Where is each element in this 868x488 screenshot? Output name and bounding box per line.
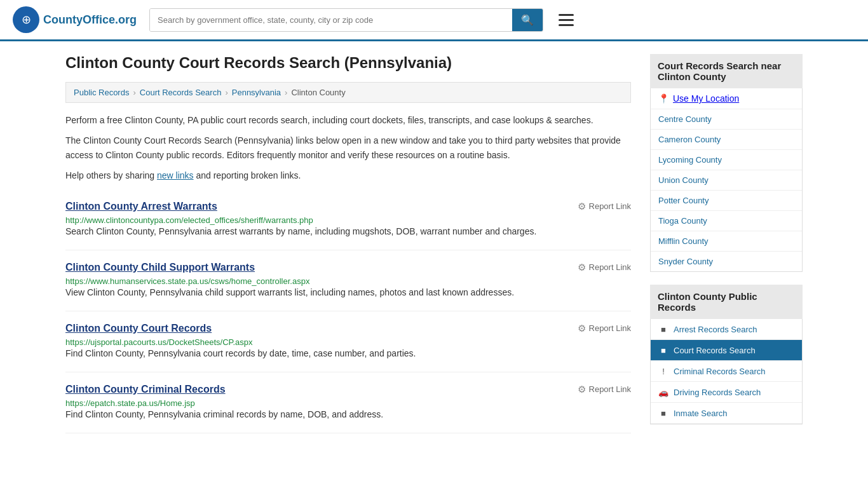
- description-para2: The Clinton County Court Records Search …: [65, 133, 631, 162]
- logo-icon: ⊕: [13, 6, 39, 33]
- public-record-icon-1: ■: [658, 345, 668, 355]
- site-logo[interactable]: ⊕ CountyOffice.org: [13, 6, 137, 33]
- nearby-county-link-3[interactable]: Union County: [658, 175, 709, 185]
- breadcrumb-sep2: ›: [225, 88, 227, 97]
- report-link-2[interactable]: ⚙ Report Link: [578, 323, 631, 334]
- menu-icon-bar3: [559, 24, 574, 26]
- description-para3-suffix: and reporting broken links.: [194, 170, 301, 180]
- nearby-county-item-0[interactable]: Centre County: [651, 109, 802, 130]
- content-area: Clinton County Court Records Search (Pen…: [65, 54, 631, 437]
- record-desc-1: View Clinton County, Pennsylvania child …: [65, 286, 631, 299]
- report-label-0: Report Link: [589, 201, 631, 211]
- breadcrumb-current: Clinton County: [291, 88, 345, 97]
- public-record-item-3[interactable]: 🚗 Driving Records Search: [651, 382, 802, 403]
- new-links-link[interactable]: new links: [157, 170, 194, 180]
- public-records-section: Clinton County Public Records ■ Arrest R…: [650, 285, 803, 424]
- nearby-county-item-5[interactable]: Tioga County: [651, 211, 802, 231]
- report-link-0[interactable]: ⚙ Report Link: [578, 201, 631, 212]
- breadcrumb: Public Records › Court Records Search › …: [65, 82, 631, 103]
- nearby-county-item-7[interactable]: Snyder County: [651, 252, 802, 271]
- nearby-county-item-1[interactable]: Cameron County: [651, 130, 802, 150]
- report-icon-2: ⚙: [578, 323, 586, 334]
- breadcrumb-public-records[interactable]: Public Records: [74, 88, 129, 97]
- use-my-location-link[interactable]: Use My Location: [673, 93, 739, 104]
- report-label-3: Report Link: [589, 384, 631, 394]
- breadcrumb-sep1: ›: [133, 88, 135, 97]
- record-desc-0: Search Clinton County, Pennsylvania arre…: [65, 225, 631, 238]
- public-record-item-2[interactable]: ! Criminal Records Search: [651, 361, 802, 382]
- search-input[interactable]: [150, 9, 512, 31]
- menu-icon-bar2: [559, 19, 574, 21]
- nearby-county-item-3[interactable]: Union County: [651, 170, 802, 191]
- public-record-icon-2: !: [658, 366, 668, 376]
- menu-icon-bar1: [559, 14, 574, 16]
- record-item-3: Clinton County Criminal Records ⚙ Report…: [65, 372, 631, 433]
- report-label-2: Report Link: [589, 323, 631, 333]
- main-container: Clinton County Court Records Search (Pen…: [53, 41, 815, 450]
- public-record-item-1[interactable]: ■ Court Records Search: [651, 340, 802, 361]
- nearby-county-item-2[interactable]: Lycoming County: [651, 150, 802, 170]
- logo-text: CountyOffice.org: [43, 13, 137, 27]
- record-item-2: Clinton County Court Records ⚙ Report Li…: [65, 311, 631, 372]
- public-record-link-4[interactable]: Inmate Search: [674, 409, 728, 418]
- public-record-item-0[interactable]: ■ Arrest Records Search: [651, 319, 802, 340]
- record-header-2: Clinton County Court Records ⚙ Report Li…: [65, 323, 631, 334]
- location-pin-icon: 📍: [658, 93, 669, 104]
- public-record-icon-3: 🚗: [658, 387, 668, 397]
- report-icon-1: ⚙: [578, 262, 586, 273]
- record-url-1[interactable]: https://www.humanservices.state.pa.us/cs…: [65, 276, 309, 286]
- record-url-3[interactable]: https://epatch.state.pa.us/Home.jsp: [65, 398, 195, 408]
- public-record-item-4[interactable]: ■ Inmate Search: [651, 403, 802, 424]
- record-header-1: Clinton County Child Support Warrants ⚙ …: [65, 262, 631, 273]
- public-record-link-0[interactable]: Arrest Records Search: [674, 325, 757, 334]
- record-url-0[interactable]: http://www.clintoncountypa.com/elected_o…: [65, 215, 313, 225]
- menu-button[interactable]: [556, 11, 576, 29]
- nearby-county-link-4[interactable]: Potter County: [658, 196, 709, 205]
- public-record-link-3[interactable]: Driving Records Search: [674, 388, 761, 397]
- nearby-counties-list: Centre CountyCameron CountyLycoming Coun…: [651, 109, 802, 271]
- record-url-2[interactable]: https://ujsportal.pacourts.us/DocketShee…: [65, 337, 253, 347]
- public-records-list: ■ Arrest Records Search ■ Court Records …: [650, 319, 803, 424]
- public-record-icon-0: ■: [658, 324, 668, 334]
- record-item-0: Clinton County Arrest Warrants ⚙ Report …: [65, 189, 631, 250]
- records-list: Clinton County Arrest Warrants ⚙ Report …: [65, 189, 631, 433]
- report-link-1[interactable]: ⚙ Report Link: [578, 262, 631, 273]
- record-title-1[interactable]: Clinton County Child Support Warrants: [65, 262, 255, 273]
- report-link-3[interactable]: ⚙ Report Link: [578, 384, 631, 395]
- report-label-1: Report Link: [589, 262, 631, 272]
- search-bar: 🔍: [149, 8, 543, 32]
- public-record-icon-4: ■: [658, 408, 668, 418]
- site-header: ⊕ CountyOffice.org 🔍: [0, 0, 868, 41]
- record-header-3: Clinton County Criminal Records ⚙ Report…: [65, 384, 631, 395]
- description-para1: Perform a free Clinton County, PA public…: [65, 113, 631, 127]
- record-desc-3: Find Clinton County, Pennsylvania crimin…: [65, 408, 631, 421]
- record-header-0: Clinton County Arrest Warrants ⚙ Report …: [65, 201, 631, 212]
- nearby-county-item-6[interactable]: Mifflin County: [651, 231, 802, 252]
- nearby-county-item-4[interactable]: Potter County: [651, 191, 802, 211]
- breadcrumb-pennsylvania[interactable]: Pennsylvania: [232, 88, 281, 97]
- nearby-county-link-2[interactable]: Lycoming County: [658, 155, 722, 165]
- record-title-0[interactable]: Clinton County Arrest Warrants: [65, 201, 217, 212]
- nearby-county-link-6[interactable]: Mifflin County: [658, 236, 709, 246]
- nearby-county-link-0[interactable]: Centre County: [658, 114, 712, 124]
- breadcrumb-court-records[interactable]: Court Records Search: [140, 88, 222, 97]
- sidebar: Court Records Search near Clinton County…: [650, 54, 803, 437]
- record-title-3[interactable]: Clinton County Criminal Records: [65, 384, 226, 395]
- report-icon-3: ⚙: [578, 384, 586, 395]
- search-icon: 🔍: [521, 15, 534, 25]
- nearby-county-link-1[interactable]: Cameron County: [658, 135, 721, 144]
- public-record-link-1[interactable]: Court Records Search: [674, 346, 756, 355]
- public-records-header: Clinton County Public Records: [650, 285, 803, 319]
- nearby-section: Court Records Search near Clinton County…: [650, 54, 803, 272]
- public-records-items: ■ Arrest Records Search ■ Court Records …: [651, 319, 802, 424]
- nearby-header: Court Records Search near Clinton County: [650, 54, 803, 88]
- public-record-link-2[interactable]: Criminal Records Search: [674, 367, 766, 376]
- record-desc-2: Find Clinton County, Pennsylvania court …: [65, 347, 631, 360]
- record-title-2[interactable]: Clinton County Court Records: [65, 323, 212, 334]
- nearby-county-link-5[interactable]: Tioga County: [658, 216, 707, 226]
- nearby-county-link-7[interactable]: Snyder County: [658, 257, 713, 266]
- nearby-list: 📍 Use My Location Centre CountyCameron C…: [650, 88, 803, 272]
- search-button[interactable]: 🔍: [512, 9, 543, 31]
- use-my-location-item[interactable]: 📍 Use My Location: [651, 88, 802, 109]
- description-para3-prefix: Help others by sharing: [65, 170, 157, 180]
